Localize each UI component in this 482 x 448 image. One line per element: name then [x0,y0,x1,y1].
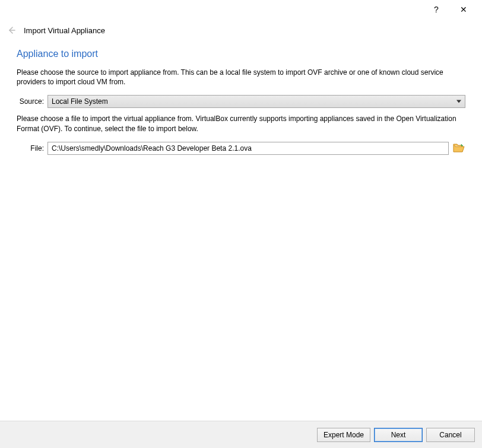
browse-file-button[interactable] [452,142,465,155]
file-label: File: [17,144,44,152]
wizard-footer: Expert Mode Next Cancel [0,421,482,448]
help-button[interactable]: ? [423,0,450,19]
page-heading: Appliance to import [17,49,465,59]
back-arrow-icon [7,26,16,35]
source-description: Please choose the source to import appli… [17,68,465,87]
next-button[interactable]: Next [374,428,423,442]
folder-open-icon [453,143,465,154]
file-row: File: [17,142,465,155]
source-select[interactable]: Local File System [47,95,465,108]
source-row: Source: Local File System [17,95,465,108]
back-button[interactable] [6,25,17,36]
expert-mode-button[interactable]: Expert Mode [317,428,370,442]
close-icon: ✕ [460,5,467,14]
cancel-button[interactable]: Cancel [426,428,475,442]
close-button[interactable]: ✕ [450,0,477,19]
titlebar: ? ✕ [0,0,482,19]
wizard-header: Import Virtual Appliance [0,19,482,44]
file-description: Please choose a file to import the virtu… [17,114,465,133]
file-input[interactable] [47,142,449,155]
chevron-down-icon [456,100,461,103]
help-icon: ? [434,5,439,14]
wizard-title: Import Virtual Appliance [24,26,105,35]
source-select-value: Local File System [52,97,108,106]
wizard-content: Appliance to import Please choose the so… [0,49,482,155]
source-label: Source: [17,97,44,106]
